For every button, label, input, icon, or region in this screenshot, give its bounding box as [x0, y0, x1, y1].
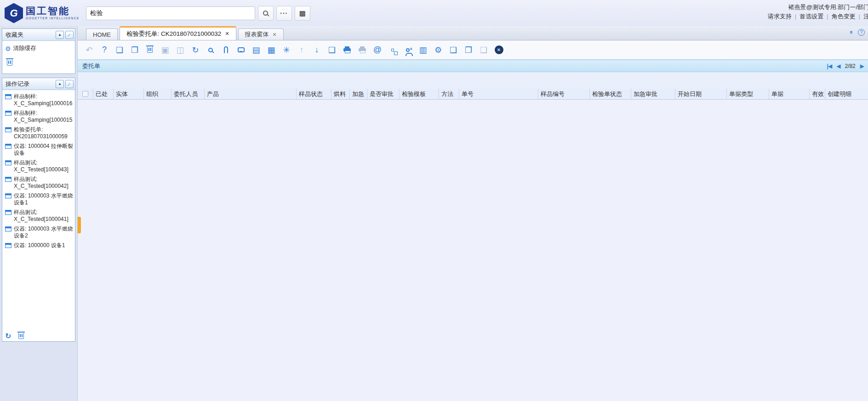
user-link-3[interactable]: 注销: [863, 13, 868, 20]
first-page-button[interactable]: |◀: [827, 63, 832, 69]
favorite-item-label: 清除缓存: [13, 45, 36, 52]
more-options-button[interactable]: ···: [276, 6, 292, 21]
qr-grid-icon: ▩: [299, 9, 306, 17]
comment-icon[interactable]: [236, 45, 246, 55]
global-search-input[interactable]: [86, 6, 255, 20]
tab-label: HOME: [93, 31, 111, 38]
history-item[interactable]: 样品测试: X_C_Tested[1000042]: [5, 175, 74, 191]
export-doc-icon[interactable]: ❏: [448, 45, 458, 55]
history-item-label: 检验委托单: CK201807031000059: [14, 126, 74, 140]
tab-1[interactable]: 检验委托单: CK201807021000032✕: [120, 26, 236, 40]
tab-close-icon[interactable]: ✕: [225, 31, 229, 37]
tab-close-icon[interactable]: ✕: [273, 32, 277, 38]
at-link-icon[interactable]: @: [372, 45, 383, 55]
window-icon: [5, 177, 11, 182]
header-15: 开始日期: [675, 89, 727, 99]
magic-wand-icon[interactable]: ✳: [281, 45, 291, 55]
delete-icon[interactable]: [145, 45, 155, 55]
header-14: 加急审批: [631, 89, 675, 99]
collapse-toolbar-icon[interactable]: »: [847, 31, 854, 34]
tab-bar: HOME检验委托单: CK201807021000032✕报表窗体✕ » ?: [78, 26, 868, 40]
prev-page-button[interactable]: ◀: [836, 63, 840, 69]
next-page-button[interactable]: ▶: [860, 63, 864, 69]
window-icon: [5, 144, 11, 149]
undo-icon: ↶: [84, 45, 94, 55]
block-icon[interactable]: ✕: [494, 45, 504, 55]
window-icon: [5, 127, 11, 132]
user-link-0[interactable]: 请求支持: [768, 13, 792, 20]
top-bar: G 国工智能 GOGETTER INTELLIGENCE ··· ▩ 褚燕景@测…: [0, 0, 868, 26]
upload-icon: ↑: [297, 45, 307, 55]
history-item-label: 仪器: 1000004 拉伸断裂设备: [14, 143, 74, 157]
tab-2[interactable]: 报表窗体✕: [238, 28, 284, 40]
logo-subtitle: GOGETTER INTELLIGENCE: [26, 17, 80, 20]
refresh-icon[interactable]: ↻: [190, 45, 200, 55]
header-3: 委托人员: [171, 89, 205, 99]
header-8: 是否审批: [367, 89, 400, 99]
qr-apps-button[interactable]: ▩: [295, 6, 310, 21]
favorites-expand-button[interactable]: ↕: [65, 31, 74, 39]
window-icon: [5, 111, 11, 116]
workflow-icon[interactable]: [388, 45, 398, 55]
header-1: 实体: [114, 89, 144, 99]
section-title: 委托单: [82, 62, 100, 70]
history-item[interactable]: 仪器: 1000000 设备1: [5, 241, 74, 250]
history-item[interactable]: 样品测试: X_C_Tested[1000041]: [5, 208, 74, 224]
history-item[interactable]: 仪器: 1000003 水平燃烧设备2: [5, 224, 74, 241]
export-doc2-icon[interactable]: ❐: [463, 45, 474, 55]
history-refresh-icon[interactable]: ↻: [5, 332, 11, 340]
history-item[interactable]: 样品制样: X_C_Samping[1000015: [5, 108, 74, 125]
header-11: 单号: [459, 89, 538, 99]
history-item[interactable]: 样品制样: X_C_Samping[1000016: [5, 92, 74, 108]
favorite-item[interactable]: ⚙清除缓存: [5, 44, 72, 53]
search-icon[interactable]: [206, 45, 216, 55]
tab-home[interactable]: HOME: [86, 28, 118, 40]
attachment-icon[interactable]: [221, 45, 231, 55]
gear-icon[interactable]: ⚙: [433, 45, 443, 55]
copy-icon[interactable]: ❐: [130, 45, 140, 55]
form-card-icon[interactable]: ▤: [251, 45, 261, 55]
window-icon: [5, 193, 11, 198]
history-item-label: 样品制样: X_C_Samping[1000016: [14, 93, 74, 107]
sidebar-splitter-handle[interactable]: [78, 217, 81, 233]
user-link-1[interactable]: 首选设置: [799, 13, 823, 20]
logo-title: 国工智能: [26, 6, 80, 16]
pdf-export-icon[interactable]: ❏: [327, 45, 337, 55]
window-icon: [5, 210, 11, 215]
history-item[interactable]: 样品测试: X_C_Tested[1000043]: [5, 158, 74, 175]
favorites-collapse-button[interactable]: ▲: [56, 31, 64, 39]
header-18: 有效: [810, 89, 825, 99]
history-trash-icon[interactable]: [18, 333, 24, 339]
history-expand-button[interactable]: ↕: [65, 80, 74, 88]
pagination: |◀ ◀ 2/82 ▶: [827, 63, 864, 69]
history-item[interactable]: 仪器: 1000003 水平燃烧设备1: [5, 191, 74, 208]
user-info: 褚燕景@测试专用.部门一/部门一: [768, 3, 868, 12]
link-separator: |: [795, 13, 796, 20]
download-icon[interactable]: ↓: [312, 45, 322, 55]
print-secondary-icon: [357, 45, 367, 55]
new-document-icon[interactable]: ❏: [114, 45, 125, 55]
history-item[interactable]: 仪器: 1000004 拉伸断裂设备: [5, 141, 74, 158]
history-title: 操作记录: [6, 80, 54, 88]
select-all-checkbox[interactable]: [82, 91, 88, 97]
help-icon[interactable]: ?: [858, 29, 865, 36]
add-user-icon[interactable]: [403, 45, 413, 55]
header-2: 组织: [144, 89, 171, 99]
link-separator: |: [859, 13, 860, 20]
history-item-label: 样品测试: X_C_Tested[1000041]: [14, 209, 74, 223]
history-item[interactable]: 检验委托单: CK201807031000059: [5, 125, 74, 141]
calculator-icon[interactable]: ▥: [418, 45, 428, 55]
main-content: HOME检验委托单: CK201807021000032✕报表窗体✕ » ? ↶…: [77, 26, 868, 401]
history-collapse-button[interactable]: ▲: [56, 80, 64, 88]
search-icon: [263, 11, 268, 16]
header-17: 单据: [769, 89, 810, 99]
window-icon: [5, 94, 11, 99]
favorites-trash-icon[interactable]: [7, 60, 12, 66]
user-link-2[interactable]: 角色变更: [832, 13, 856, 20]
help-icon[interactable]: ?: [99, 45, 109, 55]
print-icon[interactable]: [342, 45, 352, 55]
table-icon[interactable]: ▦: [266, 45, 276, 55]
save-as-icon: ◫: [175, 45, 185, 55]
search-button[interactable]: [258, 6, 274, 21]
window-icon: [5, 243, 11, 248]
